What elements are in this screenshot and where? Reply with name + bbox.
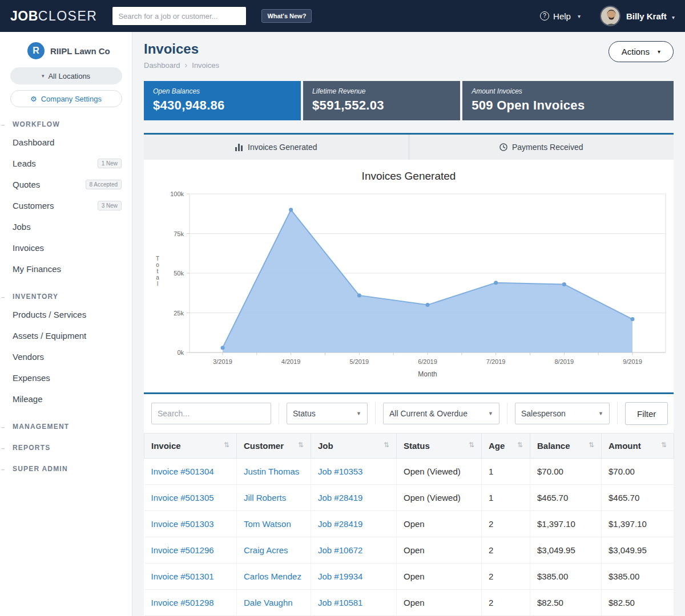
sidebar-item-customers[interactable]: Customers3 New <box>0 195 132 216</box>
invoice-link[interactable]: Invoice #501305 <box>151 493 214 502</box>
sidebar-item-jobs[interactable]: Jobs <box>0 216 132 237</box>
stat-value: $430,948.86 <box>153 98 292 113</box>
cell-balance: $70.00 <box>530 459 602 485</box>
sidebar-item-vendors[interactable]: Vendors <box>0 346 132 367</box>
chart-panel: Invoices Generated Payments Received Inv… <box>144 133 674 394</box>
filter-bar: Status ▼ All Current & Overdue ▼ Salespe… <box>144 394 674 433</box>
cell-status: Open <box>397 590 482 616</box>
all-locations-dropdown[interactable]: ▾ All Locations <box>10 67 122 84</box>
cell-invoice: Invoice #501301 <box>144 564 237 590</box>
status-badge: 3 New <box>98 201 122 210</box>
cell-status: Open (Viewed) <box>397 459 482 485</box>
status-select[interactable]: Status ▼ <box>287 403 368 424</box>
tab-invoices-generated[interactable]: Invoices Generated <box>144 135 409 160</box>
job-link[interactable]: Job #28419 <box>318 493 362 502</box>
tab-label: Invoices Generated <box>248 143 317 152</box>
cell-amount: $82.50 <box>602 590 674 616</box>
section-dash-icon: -- <box>0 121 13 128</box>
company-header[interactable]: R RIIPL Lawn Co <box>27 42 132 59</box>
sidebar-item-assets-equipment[interactable]: Assets / Equipment <box>0 325 132 346</box>
section-dash-icon: -- <box>0 465 13 472</box>
svg-text:0k: 0k <box>177 349 184 356</box>
cell-customer: Carlos Mendez <box>237 564 311 590</box>
sidebar-item-label: Customers <box>13 201 54 210</box>
cell-amount: $1,397.10 <box>602 511 674 537</box>
sort-icon: ⇅ <box>224 441 229 449</box>
job-link[interactable]: Job #10581 <box>318 598 362 607</box>
section-label: MANAGEMENT <box>13 423 69 431</box>
current-overdue-select[interactable]: All Current & Overdue ▼ <box>383 403 499 424</box>
customer-link[interactable]: Tom Watson <box>244 519 291 529</box>
chart-tabs: Invoices Generated Payments Received <box>144 135 674 160</box>
customer-link[interactable]: Justin Thomas <box>244 467 299 476</box>
invoice-link[interactable]: Invoice #501296 <box>151 545 214 555</box>
cell-customer: Dale Vaughn <box>237 590 311 616</box>
invoice-link[interactable]: Invoice #501304 <box>151 467 214 476</box>
help-menu[interactable]: ? Help ▾ <box>540 11 581 21</box>
sidebar-section-management: --MANAGEMENT <box>0 423 132 431</box>
sort-icon: ⇅ <box>589 441 594 449</box>
whats-new-button[interactable]: What's New? <box>261 9 312 23</box>
col-invoice[interactable]: Invoice⇅ <box>144 433 237 459</box>
section-label: REPORTS <box>13 444 50 452</box>
svg-text:50k: 50k <box>174 270 184 277</box>
invoice-link[interactable]: Invoice #501303 <box>151 519 214 529</box>
col-customer[interactable]: Customer⇅ <box>237 433 311 459</box>
sidebar-item-quotes[interactable]: Quotes8 Accepted <box>0 174 132 195</box>
col-label: Status <box>404 441 430 451</box>
cell-invoice: Invoice #501303 <box>144 511 237 537</box>
sidebar-item-products-services[interactable]: Products / Services <box>0 304 132 325</box>
cell-amount: $465.70 <box>602 485 674 511</box>
customer-link[interactable]: Carlos Mendez <box>244 572 301 581</box>
sidebar-item-mileage[interactable]: Mileage <box>0 388 132 410</box>
invoice-link[interactable]: Invoice #501298 <box>151 598 214 607</box>
col-balance[interactable]: Balance⇅ <box>530 433 602 459</box>
cell-age: 2 <box>482 511 530 537</box>
salesperson-select[interactable]: Salesperson ▼ <box>515 403 610 424</box>
sort-icon: ⇅ <box>517 441 523 449</box>
section-label: WORKFLOW <box>13 120 60 128</box>
sidebar-item-dashboard[interactable]: Dashboard <box>0 132 132 153</box>
sidebar-item-label: Jobs <box>13 222 31 232</box>
customer-link[interactable]: Craig Acres <box>244 545 288 555</box>
table-body: Invoice #501304Justin ThomasJob #10353Op… <box>144 459 674 616</box>
col-status[interactable]: Status⇅ <box>397 433 482 459</box>
svg-text:3/2019: 3/2019 <box>213 358 232 365</box>
job-link[interactable]: Job #10672 <box>318 545 362 555</box>
user-menu[interactable]: Billy Kraft ▾ <box>626 11 675 21</box>
job-link[interactable]: Job #10353 <box>318 467 362 476</box>
sidebar-item-leads[interactable]: Leads1 New <box>0 153 132 174</box>
cell-amount: $3,049.95 <box>602 537 674 564</box>
sidebar-item-my-finances[interactable]: My Finances <box>0 258 132 279</box>
user-avatar[interactable] <box>600 6 620 26</box>
cell-amount: $385.00 <box>602 564 674 590</box>
customer-link[interactable]: Jill Roberts <box>244 493 286 502</box>
invoice-link[interactable]: Invoice #501301 <box>151 572 214 581</box>
tab-payments-received[interactable]: Payments Received <box>409 135 674 160</box>
svg-text:a: a <box>156 274 159 281</box>
stat-open-balances: Open Balances $430,948.86 <box>144 81 301 120</box>
actions-button[interactable]: Actions ▾ <box>609 41 674 62</box>
breadcrumb-dashboard[interactable]: Dashboard <box>144 61 180 70</box>
cell-status: Open (Viewed) <box>397 485 482 511</box>
filter-button[interactable]: Filter <box>625 402 668 425</box>
col-job[interactable]: Job⇅ <box>311 433 397 459</box>
cell-status: Open <box>397 511 482 537</box>
sidebar-item-invoices[interactable]: Invoices <box>0 237 132 258</box>
global-search-input[interactable] <box>112 6 247 26</box>
cell-balance: $385.00 <box>530 564 602 590</box>
cell-job: Job #10672 <box>311 537 397 564</box>
logo-bold: JOB <box>10 9 38 23</box>
col-amount[interactable]: Amount⇅ <box>602 433 674 459</box>
job-link[interactable]: Job #28419 <box>318 519 362 529</box>
sidebar-item-label: Vendors <box>13 352 44 362</box>
current-select-value: All Current & Overdue <box>389 409 468 418</box>
sidebar-item-expenses[interactable]: Expenses <box>0 367 132 388</box>
customer-link[interactable]: Dale Vaughn <box>244 598 293 607</box>
col-age[interactable]: Age⇅ <box>482 433 530 459</box>
cell-balance: $3,049.95 <box>530 537 602 564</box>
company-settings-button[interactable]: ⚙ Company Settings <box>10 90 122 107</box>
table-search-input[interactable] <box>151 403 271 424</box>
job-link[interactable]: Job #19934 <box>318 572 362 581</box>
svg-text:T: T <box>156 256 159 262</box>
